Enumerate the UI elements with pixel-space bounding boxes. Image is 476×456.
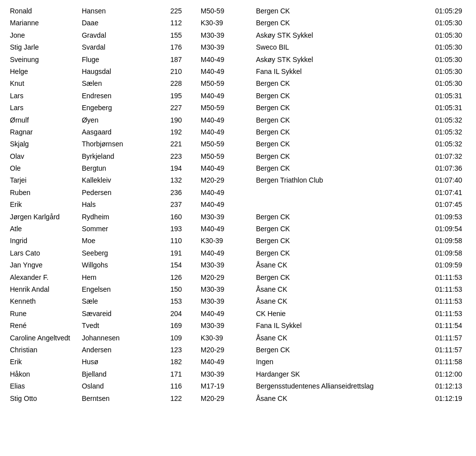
table-row: LarsEndresen195M40-49Bergen CK01:05:31 [10, 90, 466, 102]
table-row: RubenPedersen236M40-4901:07:41 [10, 187, 466, 198]
table-row: MarianneDaae112K30-39Bergen CK01:05:30 [10, 17, 466, 29]
table-row: HåkonBjelland171M30-39Hardanger SK01:12:… [10, 368, 466, 380]
table-row: EliasOsland116M17-19Bergensstudentenes A… [10, 380, 466, 392]
table-row: KnutSælen228M50-59Bergen CK01:05:30 [10, 77, 466, 89]
table-row: JoneGravdal155M30-39Askøy STK Sykkel01:0… [10, 29, 466, 41]
table-row: Jan YngveWillgohs154M30-39Åsane CK01:09:… [10, 259, 466, 271]
table-row: RenéTvedt169M30-39Fana IL Sykkel01:11:54 [10, 320, 466, 331]
table-row: ChristianAndersen123M20-29Bergen CK01:11… [10, 344, 466, 356]
table-row: IngridMoe110K30-39Bergen CK01:09:58 [10, 235, 466, 247]
table-row: AtleSommer193M40-49Bergen CK01:09:54 [10, 223, 466, 235]
table-row: HelgeHaugsdal210M40-49Fana IL Sykkel01:0… [10, 65, 466, 77]
table-row: Alexander F.Hem126M20-29Bergen CK01:11:5… [10, 271, 466, 283]
table-row: Lars CatoSeeberg191M40-49Bergen CK01:09:… [10, 247, 466, 259]
table-row: Caroline AngeltvedtJohannesen109K30-39Ås… [10, 332, 466, 344]
table-row: ErikHals237M40-4901:07:45 [10, 198, 466, 210]
table-row: RuneSævareid204M40-49CK Henie01:11:53 [10, 308, 466, 320]
table-row: SkjalgThorbjørnsen221M50-59Bergen CK01:0… [10, 138, 466, 150]
table-row: RonaldHansen225M50-59Bergen CK01:05:29 [10, 5, 466, 17]
table-row: KennethSæle153M30-39Åsane CK01:11:53 [10, 295, 466, 307]
table-row: OlavByrkjeland223M50-59Bergen CK01:07:32 [10, 150, 466, 162]
table-row: Stig OttoBerntsen122M20-29Åsane CK01:12:… [10, 392, 466, 404]
table-row: TarjeiKallekleiv132M20-29Bergen Triathlo… [10, 174, 466, 186]
table-row: Jørgen KarlgårdRydheim160M30-39Bergen CK… [10, 211, 466, 223]
results-table: RonaldHansen225M50-59Bergen CK01:05:29Ma… [10, 5, 466, 404]
table-row: Henrik AndalEngelsen150M30-39Åsane CK01:… [10, 283, 466, 295]
table-row: RagnarAasgaard192M40-49Bergen CK01:05:32 [10, 126, 466, 138]
table-row: ØrnulfØyen190M40-49Bergen CK01:05:32 [10, 114, 466, 126]
table-row: Stig JarleSvardal176M30-39Sweco BIL01:05… [10, 41, 466, 53]
table-row: SveinungFluge187M40-49Askøy STK Sykkel01… [10, 54, 466, 65]
table-row: OleBergtun194M40-49Bergen CK01:07:36 [10, 162, 466, 174]
table-row: ErikHusø182M40-49Ingen01:11:58 [10, 356, 466, 368]
table-row: LarsEngeberg227M50-59Bergen CK01:05:31 [10, 102, 466, 114]
